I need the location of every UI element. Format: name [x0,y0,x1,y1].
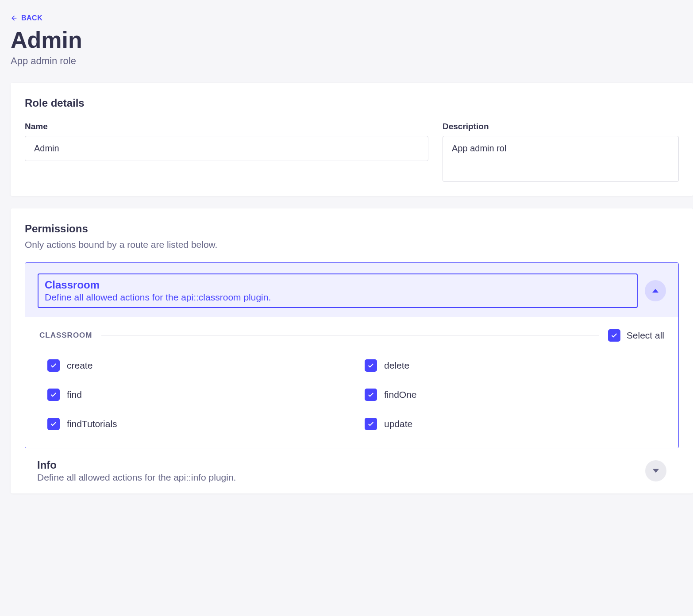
action-findtutorials[interactable]: findTutorials [47,418,347,430]
action-create[interactable]: create [47,359,347,372]
accordion-header-focus: Classroom Define all allowed actions for… [38,273,638,308]
accordion-desc-classroom: Define all allowed actions for the api::… [45,292,631,303]
name-input[interactable] [25,136,428,161]
action-label: delete [384,360,409,371]
check-icon [50,362,57,369]
action-checkbox-find[interactable] [47,389,60,401]
arrow-left-icon [11,15,18,22]
caret-down-icon [653,468,659,474]
action-checkbox-findone[interactable] [365,389,377,401]
back-link[interactable]: BACK [11,14,42,22]
page-title: Admin [11,27,693,53]
collapse-button-classroom[interactable] [645,280,666,301]
action-findone[interactable]: findOne [365,389,664,401]
permissions-card: Permissions Only actions bound by a rout… [11,208,693,493]
accordion-header-classroom[interactable]: Classroom Define all allowed actions for… [25,263,678,317]
check-icon [367,420,374,427]
expand-button-info[interactable] [645,460,666,481]
accordion-desc-info: Define all allowed actions for the api::… [37,472,236,483]
action-label: findTutorials [67,419,117,429]
action-label: findOne [384,389,417,400]
accordion-title-info: Info [37,459,236,471]
divider [101,335,599,336]
action-label: update [384,419,412,429]
check-icon [50,420,57,427]
description-label: Description [443,122,679,131]
accordion-body-classroom: CLASSROOM Select all create [25,317,678,448]
permissions-heading: Permissions [25,223,679,235]
back-label: BACK [21,14,42,22]
select-all-classroom[interactable]: Select all [608,329,664,342]
accordion-header-info[interactable]: Info Define all allowed actions for the … [25,448,679,493]
check-icon [611,332,618,339]
action-find[interactable]: find [47,389,347,401]
select-all-label: Select all [627,330,664,341]
action-delete[interactable]: delete [365,359,664,372]
group-label-classroom: CLASSROOM [39,331,92,340]
action-label: find [67,389,82,400]
description-input[interactable] [443,136,679,182]
action-checkbox-delete[interactable] [365,359,377,372]
accordion-classroom: Classroom Define all allowed actions for… [25,262,679,448]
check-icon [367,362,374,369]
action-label: create [67,360,92,371]
check-icon [367,391,374,398]
accordion-title-classroom: Classroom [45,279,631,291]
name-label: Name [25,122,428,131]
role-details-heading: Role details [25,97,679,109]
caret-up-icon [652,288,658,294]
action-checkbox-update[interactable] [365,418,377,430]
permissions-subtitle: Only actions bound by a route are listed… [25,239,679,250]
action-checkbox-findtutorials[interactable] [47,418,60,430]
action-checkbox-create[interactable] [47,359,60,372]
select-all-checkbox[interactable] [608,329,620,342]
action-update[interactable]: update [365,418,664,430]
check-icon [50,391,57,398]
page-subtitle: App admin role [11,55,693,67]
role-details-card: Role details Name Description [11,83,693,196]
